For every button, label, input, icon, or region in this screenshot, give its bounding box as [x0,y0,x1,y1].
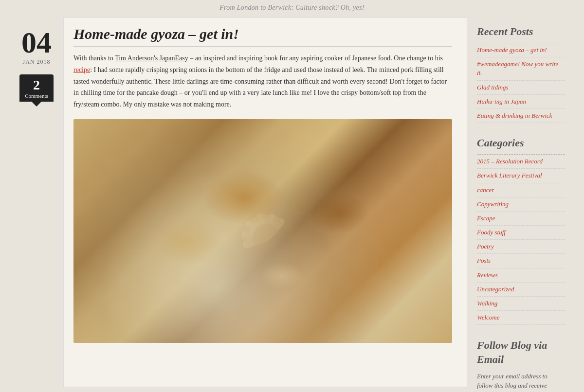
categories-section: Categories 2015 – Resolution Record Berw… [477,137,565,325]
sidebar: Recent Posts Home-made gyoza – get in! #… [467,18,574,392]
follow-heading: Follow Blog via Email [477,339,565,366]
article-body-rest: : I had some rapidly crisping spring oni… [73,66,447,108]
recent-post-link-3[interactable]: Glad tidings [477,81,565,95]
article-title: Home-made gyoza – get in! [73,26,452,47]
date-column: 04 JAN 2018 2 Comments [10,18,63,102]
article-body: With thanks to Tim Anderson's JapanEasy … [73,53,452,110]
recent-posts-section: Recent Posts Home-made gyoza – get in! #… [477,25,565,123]
category-link-4[interactable]: Copywriting [477,197,565,212]
recent-post-link-1[interactable]: Home-made gyoza – get in! [477,43,565,57]
article-body-intro: With thanks to [73,54,115,62]
category-link-2[interactable]: Berwick Literary Festival [477,169,565,183]
recipe-link[interactable]: recipe [73,66,90,73]
categories-heading: Categories [477,137,565,149]
author-link[interactable]: Tim Anderson's JapanEasy [115,54,188,62]
comments-label: Comments [19,93,54,99]
page-wrapper: From London to Berwick: Culture shock? O… [0,0,584,392]
comments-count: 2 [19,78,54,92]
comments-badge[interactable]: 2 Comments [19,74,54,102]
follow-description: Enter your email address to follow this … [477,372,565,392]
follow-section: Follow Blog via Email Enter your email a… [477,339,565,392]
category-link-8[interactable]: Posts [477,254,565,268]
recent-post-link-5[interactable]: Eating & drinking in Berwick [477,109,565,123]
category-link-11[interactable]: Walking [477,297,565,311]
recent-posts-heading: Recent Posts [477,25,565,38]
date-month-year: JAN 2018 [10,58,63,66]
date-day: 04 [10,27,63,57]
article-body-mid: – an inspired and inspiring book for any… [188,54,443,62]
article-column: Home-made gyoza – get in! With thanks to… [63,18,467,387]
category-link-10[interactable]: Uncategorized [477,283,565,297]
category-link-7[interactable]: Poetry [477,240,565,254]
category-link-3[interactable]: cancer [477,183,565,197]
category-link-6[interactable]: Foody stuff [477,226,565,240]
blog-subtitle: From London to Berwick: Culture shock? O… [10,0,574,18]
recent-post-link-4[interactable]: Haiku-ing in Japan [477,95,565,109]
category-link-1[interactable]: 2015 – Resolution Record [477,155,565,169]
category-link-5[interactable]: Escape [477,212,565,226]
main-content-area: 04 JAN 2018 2 Comments Home-made gyoza –… [10,18,574,392]
food-image [73,119,452,343]
category-link-12[interactable]: Welcome [477,311,565,325]
category-link-9[interactable]: Reviews [477,268,565,283]
recent-post-link-2[interactable]: #wemadeagame! Now you write it. [477,57,565,80]
